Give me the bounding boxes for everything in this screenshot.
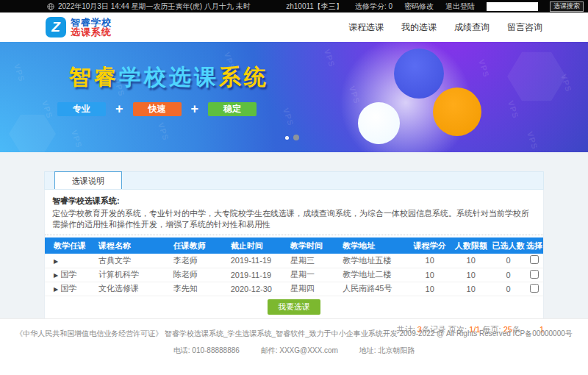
course-select-checkbox[interactable] <box>530 270 539 279</box>
cell-course: 文化选修课 <box>90 282 165 296</box>
plus-sign: + <box>115 101 123 117</box>
footer-copyright: 《中华人民共和国增值电信业务经营许可证》 智睿学校选课系统_学生选课系统_智睿软… <box>0 329 588 339</box>
cell-time: 星期一 <box>282 268 334 282</box>
vps-watermark: VPS <box>70 129 84 149</box>
change-password-link[interactable]: 密码修改 <box>404 1 434 12</box>
main-area: 选课说明 智睿学校选课系统: 定位学校教育开发的系统，专业针对的中学，大专院校学… <box>0 152 588 318</box>
cell-limit: 10 <box>451 268 491 282</box>
cell-deadline: 2019-11-19 <box>222 254 282 268</box>
vps-watermark: VPS <box>477 58 491 78</box>
carousel-dots <box>285 135 299 140</box>
cell-category: 国学 <box>60 270 76 279</box>
cell-address: 教学地址二楼 <box>334 268 409 282</box>
cell-deadline: 2019-11-19 <box>222 268 282 282</box>
decorative-circle-blue <box>394 49 444 99</box>
cell-time: 星期四 <box>282 282 334 296</box>
logo: Z 智睿学校 选课系统 <box>46 17 112 38</box>
plus-sign: + <box>191 101 199 117</box>
col-header-credit: 课程学分 <box>409 238 451 254</box>
col-header-teacher: 任课教师 <box>165 238 222 254</box>
col-header-limit: 人数限额 <box>451 238 491 254</box>
cell-selected: 0 <box>491 254 526 268</box>
main-nav: 课程选课 我的选课 成绩查询 留言咨询 <box>348 21 542 34</box>
col-header-address: 教学地址 <box>334 238 409 254</box>
nav-item-grades[interactable]: 成绩查询 <box>454 21 490 34</box>
footer-address: 地址: 北京朝阳路 <box>359 346 415 354</box>
tab-course-instructions[interactable]: 选课说明 <box>54 171 122 189</box>
banner-badges: 专业 + 快速 + 稳定 <box>57 101 257 117</box>
vps-watermark: VPS <box>526 130 539 150</box>
table-row: ▶国学 计算机科学 陈老师 2019-11-19 星期一 教学地址二楼 10 1… <box>45 268 543 282</box>
cell-teacher: 陈老师 <box>165 268 222 282</box>
vps-watermark: VPS <box>12 63 26 82</box>
banner-title: 智睿学校选课系统 <box>69 63 269 93</box>
banner-title-part3: 系统 <box>219 65 269 89</box>
logo-line2: 选课系统 <box>71 27 112 37</box>
col-header-selected: 已选人数 <box>491 238 526 254</box>
cell-selected: 0 <box>491 282 526 296</box>
header: Z 智睿学校 选课系统 课程选课 我的选课 成绩查询 留言咨询 <box>0 12 588 42</box>
table-row: ▶ 古典文学 李老师 2019-11-19 星期三 教学地址五楼 10 10 0 <box>45 254 543 268</box>
decorative-circle-orange <box>433 88 481 136</box>
cell-credit: 10 <box>409 268 451 282</box>
expand-row-icon[interactable]: ▶ <box>54 286 58 293</box>
carousel-dot[interactable] <box>293 135 299 140</box>
search-input[interactable] <box>487 2 538 11</box>
credits-text: 选修学分: 0 <box>355 1 392 12</box>
nav-item-course-select[interactable]: 课程选课 <box>348 21 384 34</box>
nav-item-messages[interactable]: 留言咨询 <box>507 21 542 34</box>
hero-banner: VPS VPS VPS VPS VPS VPS VPS VPS VPS VPS … <box>0 42 588 152</box>
cell-course: 计算机科学 <box>90 268 165 282</box>
col-header-category: 教学任课 <box>45 238 90 254</box>
cell-limit: 10 <box>451 254 491 268</box>
cell-address: 人民南路45号 <box>334 282 409 296</box>
vps-watermark: VPS <box>506 99 520 119</box>
cell-credit: 10 <box>409 282 451 296</box>
notice-body: 定位学校教育开发的系统，专业针对的中学，大专院校学生在线选课，成绩查询系统，为综… <box>52 208 536 230</box>
enroll-button[interactable]: 我要选课 <box>268 299 320 315</box>
topbar: 2022年10月3日 14:44 星期一农历壬寅年(虎) 八月十九 未时 zh1… <box>0 0 588 12</box>
expand-row-icon[interactable]: ▶ <box>54 258 58 265</box>
footer-email: 邮件: XXXG@XXX.com <box>261 346 338 354</box>
nav-item-my-courses[interactable]: 我的选课 <box>401 21 437 34</box>
hexagon-shape <box>507 49 566 104</box>
cell-deadline: 2020-12-30 <box>222 282 282 296</box>
col-header-course: 课程名称 <box>90 238 165 254</box>
course-table: 教学任课 课程名称 任课教师 截止时间 教学时间 教学地址 课程学分 人数限额 … <box>45 238 543 296</box>
course-select-checkbox[interactable] <box>530 255 539 264</box>
user-id: zh10011【李三】 <box>286 1 343 12</box>
course-select-checkbox[interactable] <box>530 284 539 293</box>
table-row: ▶国学 文化选修课 李先知 2020-12-30 星期四 人民南路45号 10 … <box>45 282 543 296</box>
notice-block: 智睿学校选课系统: 定位学校教育开发的系统，专业针对的中学，大专院校学生在线选课… <box>45 190 543 235</box>
cell-credit: 10 <box>409 254 451 268</box>
vps-watermark: VPS <box>323 48 337 68</box>
cell-selected: 0 <box>491 268 526 282</box>
globe-icon <box>47 3 54 10</box>
banner-title-part1: 智睿 <box>69 65 119 89</box>
badge-fast: 快速 <box>133 102 182 116</box>
col-header-time: 教学时间 <box>282 238 334 254</box>
footer-phone: 电话: 010-88888886 <box>173 346 240 354</box>
vps-watermark: VPS <box>282 107 295 126</box>
vps-watermark: VPS <box>157 121 171 141</box>
cell-category: 国学 <box>60 284 76 293</box>
banner-title-part2: 学校选课 <box>119 65 219 89</box>
tab-bar: 选课说明 <box>44 171 544 190</box>
logout-link[interactable]: 退出登陆 <box>445 1 475 12</box>
cell-limit: 10 <box>451 282 491 296</box>
logo-z-icon: Z <box>46 17 66 38</box>
col-header-select: 选择 <box>526 238 543 254</box>
expand-row-icon[interactable]: ▶ <box>54 272 58 279</box>
datetime-text: 2022年10月3日 14:44 星期一农历壬寅年(虎) 八月十九 未时 <box>58 1 251 12</box>
cell-teacher: 李老师 <box>165 254 222 268</box>
col-header-deadline: 截止时间 <box>222 238 282 254</box>
decorative-circle-white <box>358 102 400 144</box>
search-button[interactable]: 选课搜索 <box>550 1 584 12</box>
carousel-dot-active[interactable] <box>285 136 289 140</box>
cell-course: 古典文学 <box>90 254 165 268</box>
notice-title: 智睿学校选课系统: <box>52 196 536 207</box>
cell-address: 教学地址五楼 <box>334 254 409 268</box>
badge-professional: 专业 <box>57 102 106 116</box>
table-header-row: 教学任课 课程名称 任课教师 截止时间 教学时间 教学地址 课程学分 人数限额 … <box>45 238 543 254</box>
cell-time: 星期三 <box>282 254 334 268</box>
